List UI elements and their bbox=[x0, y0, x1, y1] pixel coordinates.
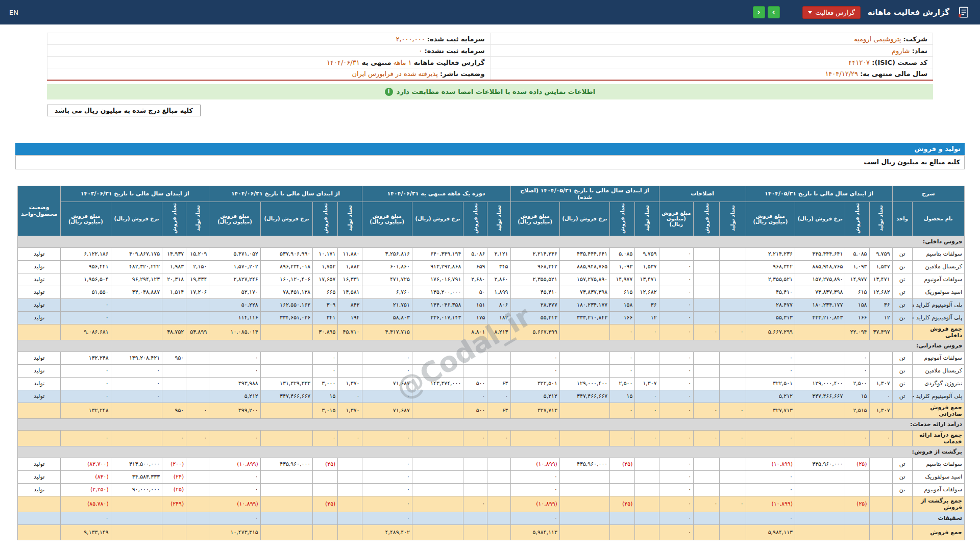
value-cell bbox=[162, 377, 186, 390]
product-name-cell: سولفات آمونیوم bbox=[912, 483, 964, 496]
value-cell bbox=[260, 352, 312, 364]
value-cell: ۱۲۹,۰۰۰,۴۰۰ bbox=[795, 377, 845, 390]
value-cell: ۲,۱۲۱ bbox=[487, 247, 510, 260]
value-cell: ۵۳,۸۹۹ bbox=[186, 324, 209, 340]
language-toggle[interactable]: EN bbox=[9, 9, 18, 16]
value-cell: ۳۲۷,۷۱۳ bbox=[510, 403, 559, 418]
unit-cell bbox=[892, 430, 912, 446]
value-cell: ۲۸,۴۷۷ bbox=[746, 298, 795, 311]
value-cell: ۳۴,۰۴۸,۸۸۷ bbox=[111, 286, 162, 298]
table-row: پلی آلومینیوم کلراید جامدتن۰۱۵۳۴۷,۴۶۶,۶۶… bbox=[18, 390, 965, 403]
column-header: مبلغ فروش (میلیون ریال) bbox=[362, 202, 412, 236]
report-document-icon[interactable] bbox=[957, 5, 971, 19]
value-cell bbox=[720, 390, 746, 403]
value-cell: ۱۳۲,۲۴۸ bbox=[61, 403, 111, 418]
value-cell bbox=[869, 512, 892, 524]
value-cell: ۱۲,۶۸۲ bbox=[635, 286, 659, 298]
unit-cell: تن bbox=[892, 298, 912, 311]
product-name-cell: پلی آلومینیوم کلراید جامد bbox=[912, 390, 964, 403]
value-cell: ۱۴,۹۷۷ bbox=[845, 273, 869, 286]
value-cell bbox=[162, 364, 186, 377]
value-cell: ۲,۸۶۰ bbox=[487, 273, 510, 286]
value-cell bbox=[720, 286, 746, 298]
status-cell bbox=[18, 496, 61, 512]
value-cell bbox=[463, 483, 487, 496]
value-cell: ۰ bbox=[111, 377, 162, 390]
value-cell bbox=[610, 470, 635, 483]
value-cell: ۰ bbox=[362, 496, 412, 512]
value-cell: ۵,۹۸۴,۱۱۳ bbox=[510, 524, 559, 540]
next-report-button[interactable]: › bbox=[768, 6, 780, 18]
value-cell: ۰ bbox=[720, 324, 746, 340]
value-cell bbox=[412, 390, 463, 403]
report-type-dropdown[interactable]: گزارش فعالیت bbox=[802, 6, 861, 19]
column-group-header: از ابتدای سال مالی تا تاریخ ۱۴۰۴/۰۵/۳۱ bbox=[746, 186, 892, 202]
value-cell bbox=[338, 512, 362, 524]
table-row: نیتروژن گوگردیتن۱,۳۰۷۲,۵۰۰۱۲۹,۰۰۰,۴۰۰۳۲۲… bbox=[18, 377, 965, 390]
value-cell: ۰ bbox=[209, 483, 260, 496]
symbol-value: شاروم bbox=[892, 47, 910, 55]
value-cell: ۰ bbox=[209, 512, 260, 524]
product-name-cell: تخفیفات bbox=[912, 512, 964, 524]
value-cell bbox=[795, 483, 845, 496]
column-header: نام محصول bbox=[912, 202, 964, 236]
value-cell: ۹۵۰ bbox=[162, 352, 186, 364]
value-cell: (۲۵) bbox=[845, 496, 869, 512]
value-cell: ۰ bbox=[635, 324, 659, 340]
product-name-cell: سولفات آمونیوم bbox=[912, 273, 964, 286]
value-cell bbox=[111, 524, 162, 540]
value-cell: ۲,۲۱۴,۲۳۶ bbox=[746, 247, 795, 260]
value-cell bbox=[559, 352, 609, 364]
value-cell: (۲۴۹) bbox=[162, 496, 186, 512]
value-cell: ۱,۰۹۳ bbox=[610, 260, 635, 273]
value-cell: ۳۳۶,۰۱۷,۱۴۳ bbox=[412, 311, 463, 324]
value-cell bbox=[559, 403, 609, 418]
unit-cell: تن bbox=[892, 458, 912, 470]
value-cell bbox=[869, 364, 892, 377]
value-cell bbox=[186, 311, 209, 324]
value-cell: ۱۳۲,۲۴۸ bbox=[61, 352, 111, 364]
value-cell: ۰ bbox=[659, 286, 694, 298]
column-group-header: از ابتدای سال مالی تا تاریخ ۱۴۰۳/۰۶/۳۱ bbox=[61, 186, 209, 202]
value-cell: (۲۰۰) bbox=[162, 458, 186, 470]
value-cell: ۷۳,۸۳۷,۳۹۸ bbox=[795, 286, 845, 298]
value-cell: ۰ bbox=[362, 352, 412, 364]
section-label-cell: درآمد ارائه خدمات: bbox=[18, 418, 965, 430]
table-row: فروش صادراتی: bbox=[18, 340, 965, 352]
column-header: تعداد فروش bbox=[162, 202, 186, 236]
column-header: تعداد تولید bbox=[338, 202, 362, 236]
value-cell: ۱,۸۸۲ bbox=[338, 260, 362, 273]
value-cell bbox=[338, 364, 362, 377]
value-cell: ۰ bbox=[610, 403, 635, 418]
value-cell: (۸۵,۷۸۰) bbox=[61, 496, 111, 512]
value-cell: ۲,۸۲۷,۲۴۶ bbox=[209, 273, 260, 286]
value-cell: ۱۹,۳۳۴ bbox=[186, 273, 209, 286]
report-period-middle: منتهی به bbox=[362, 59, 391, 66]
column-header: تعداد تولید bbox=[720, 202, 746, 236]
value-cell: (۲۵) bbox=[845, 458, 869, 470]
value-cell: ۴۳۵,۴۴۴,۶۴۱ bbox=[795, 247, 845, 260]
value-cell: ۴۱۳,۵۰۰,۰۰۰ bbox=[111, 458, 162, 470]
status-cell: تولید bbox=[18, 286, 61, 298]
clipboard-icon bbox=[957, 6, 970, 19]
value-cell: ۲,۱۵۰ bbox=[186, 260, 209, 273]
value-cell: ۱۵,۲۰۹ bbox=[186, 247, 209, 260]
status-cell bbox=[18, 403, 61, 418]
value-cell: ۵,۶۶۷,۲۹۹ bbox=[510, 324, 559, 340]
value-cell: ۲۰,۳۱۸ bbox=[162, 273, 186, 286]
table-row: جمع فروش۵,۹۸۴,۱۱۳۰۵,۹۸۴,۱۱۳۴,۴۸۹,۴۰۲۱۰,۴… bbox=[18, 524, 965, 540]
value-cell: ۱۲۹,۰۰۰,۴۰۰ bbox=[559, 377, 609, 390]
value-cell: (۱۰,۸۹۹) bbox=[510, 458, 559, 470]
value-cell: ۰ bbox=[610, 324, 635, 340]
value-cell: ۰ bbox=[659, 390, 694, 403]
value-cell bbox=[186, 364, 209, 377]
company-label: شرکت: bbox=[903, 35, 927, 43]
value-cell: ۰ bbox=[362, 512, 412, 524]
unit-cell: تن bbox=[892, 311, 912, 324]
registered-capital-value: ۲,۰۰۰,۰۰۰ bbox=[396, 35, 425, 43]
prev-report-button[interactable]: ‹ bbox=[753, 6, 765, 18]
value-cell: ۱۵۷,۲۷۵,۸۹۰ bbox=[795, 273, 845, 286]
value-cell bbox=[720, 524, 746, 540]
value-cell: ۰ bbox=[635, 403, 659, 418]
value-cell bbox=[487, 352, 510, 364]
